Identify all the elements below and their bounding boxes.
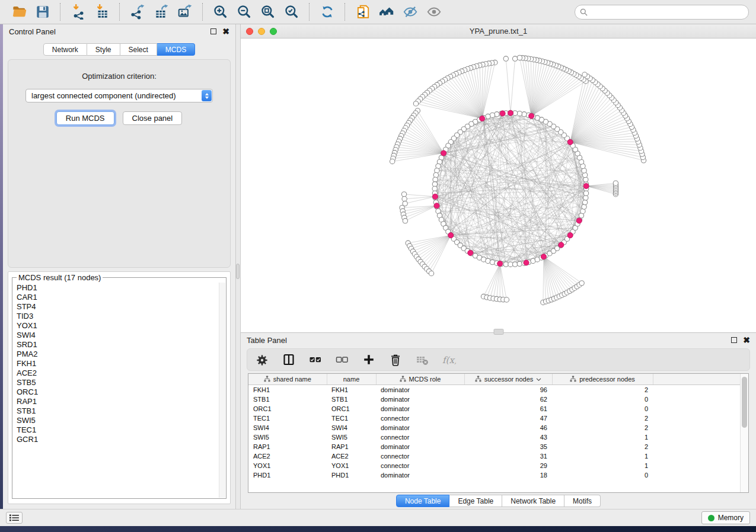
table-cell[interactable]: SWI4 — [248, 423, 327, 432]
run-mcds-button[interactable]: Run MCDS — [56, 111, 114, 125]
tab-edge-table[interactable]: Edge Table — [449, 495, 502, 507]
table-cell[interactable]: RAP1 — [248, 442, 327, 451]
network-node[interactable] — [432, 186, 437, 191]
table-row[interactable]: YOX1YOX1connector291 — [248, 461, 741, 470]
mcds-result-item[interactable]: TID3 — [17, 312, 226, 321]
mcds-node[interactable] — [508, 110, 513, 116]
mcds-result-item[interactable]: YOX1 — [17, 321, 226, 331]
mcds-node[interactable] — [448, 233, 454, 238]
task-history-button[interactable] — [6, 512, 23, 524]
table-row[interactable]: RAP1RAP1dominator352 — [248, 442, 741, 451]
mcds-node[interactable] — [441, 150, 446, 156]
mcds-node[interactable] — [432, 194, 438, 199]
export-table-button[interactable] — [149, 2, 173, 22]
mcds-result-item[interactable]: TEC1 — [17, 425, 226, 435]
graphics-details-button[interactable] — [398, 2, 422, 22]
table-cell[interactable]: dominator — [376, 385, 464, 395]
network-node[interactable] — [495, 112, 499, 117]
mcds-node[interactable] — [497, 261, 503, 266]
network-leaf-node[interactable] — [613, 181, 618, 185]
table-row[interactable]: ACE2ACE2connector311 — [248, 451, 741, 461]
tab-mcds[interactable]: MCDS — [157, 43, 195, 56]
table-cell[interactable]: ACE2 — [327, 451, 376, 461]
open-session-button[interactable] — [7, 2, 31, 22]
export-network-button[interactable] — [126, 2, 149, 22]
network-node[interactable] — [582, 172, 587, 177]
mcds-node[interactable] — [434, 203, 439, 209]
mcds-result-item[interactable]: GCR1 — [17, 435, 226, 444]
table-scrollbar-thumb[interactable] — [742, 377, 747, 428]
mcds-result-item[interactable]: STB5 — [17, 378, 226, 387]
import-table-button[interactable] — [90, 2, 114, 22]
network-leaf-node[interactable] — [403, 219, 407, 223]
settings-button[interactable] — [254, 352, 270, 367]
network-node[interactable] — [582, 204, 586, 209]
network-leaf-node[interactable] — [503, 56, 508, 61]
zoom-fit-button[interactable] — [256, 2, 280, 22]
home-button[interactable] — [375, 2, 398, 22]
table-cell[interactable]: 96 — [464, 385, 552, 395]
network-node[interactable] — [503, 262, 508, 267]
network-node[interactable] — [583, 191, 588, 196]
table-cell[interactable]: 35 — [464, 442, 552, 451]
delete-row-button[interactable] — [388, 352, 403, 367]
criterion-dropdown[interactable]: largest connected component (undirected) — [25, 89, 213, 102]
tab-node-table[interactable]: Node Table — [396, 495, 450, 507]
table-cell[interactable]: dominator — [376, 404, 464, 414]
search-input[interactable] — [591, 7, 744, 17]
table-cell[interactable]: 0 — [552, 404, 653, 414]
table-cell[interactable]: STB1 — [327, 395, 376, 404]
columns-button[interactable] — [281, 352, 296, 367]
mcds-result-item[interactable]: SWI4 — [17, 331, 226, 340]
network-leaf-node[interactable] — [579, 281, 584, 286]
add-row-button[interactable] — [361, 352, 377, 367]
network-leaf-node[interactable] — [582, 72, 587, 77]
column-header-successor-nodes[interactable]: successor nodes — [464, 374, 552, 385]
table-cell[interactable]: 47 — [464, 414, 552, 423]
table-cell[interactable]: dominator — [376, 470, 464, 480]
horizontal-splitter-handle[interactable] — [493, 329, 503, 335]
table-cell[interactable]: ACE2 — [248, 451, 327, 461]
table-cell[interactable]: SWI5 — [327, 432, 376, 442]
table-cell[interactable]: 2 — [552, 442, 653, 451]
mcds-result-item[interactable]: PHD1 — [17, 283, 226, 293]
search-box[interactable] — [575, 5, 749, 20]
table-cell[interactable]: YOX1 — [248, 461, 327, 470]
table-cell[interactable]: 18 — [464, 470, 552, 480]
memory-button[interactable]: Memory — [701, 511, 750, 524]
mcds-node[interactable] — [567, 139, 573, 145]
table-row[interactable]: PHD1PHD1dominator180 — [248, 470, 741, 480]
tab-network-table[interactable]: Network Table — [502, 495, 564, 507]
network-leaf-node[interactable] — [413, 101, 418, 106]
select-all-button[interactable] — [308, 352, 323, 367]
mcds-node[interactable] — [576, 218, 582, 223]
table-cell[interactable]: 61 — [464, 404, 552, 414]
table-cell[interactable]: 1 — [552, 451, 653, 461]
tab-style[interactable]: Style — [87, 43, 120, 56]
column-header-name[interactable]: name — [327, 374, 376, 385]
table-cell[interactable]: 1 — [552, 461, 653, 470]
table-cell[interactable]: PHD1 — [248, 470, 327, 480]
network-leaf-node[interactable] — [512, 56, 517, 61]
table-scrollbar[interactable] — [740, 374, 748, 492]
table-row[interactable]: FKH1FKH1dominator962 — [248, 385, 741, 395]
network-file-button[interactable] — [351, 2, 375, 22]
network-node[interactable] — [433, 177, 438, 182]
export-image-button[interactable] — [173, 2, 197, 22]
close-table-panel-icon[interactable]: ✖ — [743, 336, 750, 344]
mcds-node[interactable] — [529, 113, 534, 118]
mcds-node[interactable] — [500, 111, 505, 116]
mcds-node[interactable] — [480, 116, 485, 121]
mcds-node[interactable] — [559, 242, 564, 248]
float-panel-icon[interactable] — [210, 28, 216, 34]
table-cell[interactable]: 2 — [552, 423, 653, 432]
table-cell[interactable]: 0 — [552, 395, 653, 404]
table-cell[interactable]: 31 — [464, 451, 552, 461]
table-cell[interactable]: connector — [376, 432, 464, 442]
table-cell[interactable]: PHD1 — [327, 470, 376, 480]
table-cell[interactable]: dominator — [376, 442, 464, 451]
table-cell[interactable]: dominator — [376, 423, 464, 432]
network-node[interactable] — [435, 168, 439, 173]
close-window-icon[interactable] — [246, 28, 253, 35]
network-node[interactable] — [512, 262, 517, 267]
